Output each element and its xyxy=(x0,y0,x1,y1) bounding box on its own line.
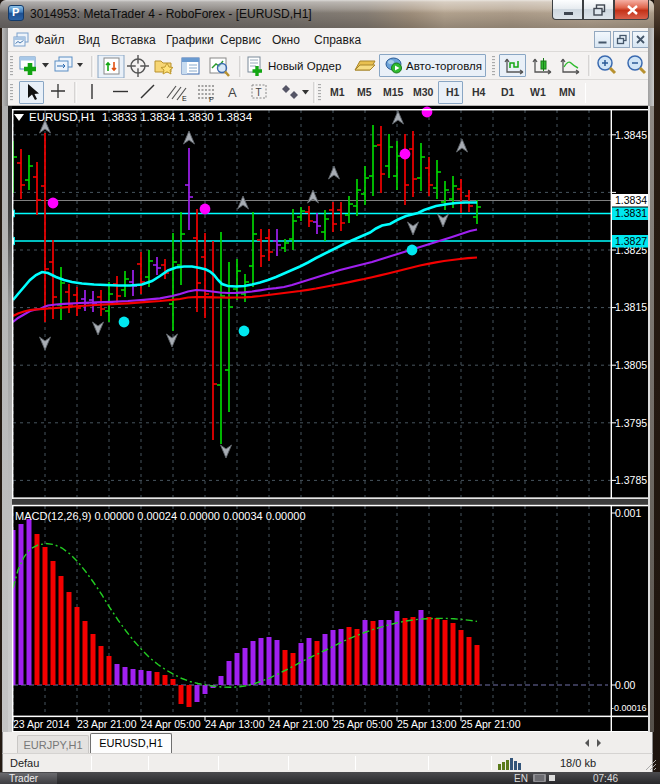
svg-text:0.001: 0.001 xyxy=(615,507,641,519)
svg-text:1.3834: 1.3834 xyxy=(615,194,647,206)
svg-text:1.3831: 1.3831 xyxy=(615,207,647,219)
svg-text:24 Apr 13:00: 24 Apr 13:00 xyxy=(205,718,265,730)
svg-text:F: F xyxy=(209,96,213,103)
svg-text:25 Apr 13:00: 25 Apr 13:00 xyxy=(397,718,457,730)
svg-text:1.3805: 1.3805 xyxy=(615,359,647,371)
svg-text:24 Apr 21:00: 24 Apr 21:00 xyxy=(269,718,329,730)
svg-text:23 Apr 2014: 23 Apr 2014 xyxy=(13,718,70,730)
svg-text:23 Apr 21:00: 23 Apr 21:00 xyxy=(77,718,137,730)
svg-text:1.3795: 1.3795 xyxy=(615,417,647,429)
svg-text:25 Apr 21:00: 25 Apr 21:00 xyxy=(461,718,521,730)
svg-text:1.3785: 1.3785 xyxy=(615,474,647,486)
svg-text:A: A xyxy=(228,85,237,100)
svg-text:1.3815: 1.3815 xyxy=(615,301,647,313)
svg-text:1.3827: 1.3827 xyxy=(615,235,647,247)
svg-text:0.00: 0.00 xyxy=(615,679,636,691)
svg-text:T: T xyxy=(256,87,262,98)
svg-text:MACD(12,26,9) 0.00000 0.00024: MACD(12,26,9) 0.00000 0.00024 0.00000 0.… xyxy=(15,510,306,522)
svg-text:25 Apr 05:00: 25 Apr 05:00 xyxy=(333,718,393,730)
svg-text:EURUSD,H1 1.3833 1.3834 1.383: EURUSD,H1 1.3833 1.3834 1.3830 1.3834 xyxy=(29,111,253,123)
svg-text:1.3845: 1.3845 xyxy=(615,129,647,141)
svg-text:24 Apr 05:00: 24 Apr 05:00 xyxy=(141,718,201,730)
svg-text:E: E xyxy=(182,95,187,102)
svg-text:-0.00016: -0.00016 xyxy=(611,703,647,713)
